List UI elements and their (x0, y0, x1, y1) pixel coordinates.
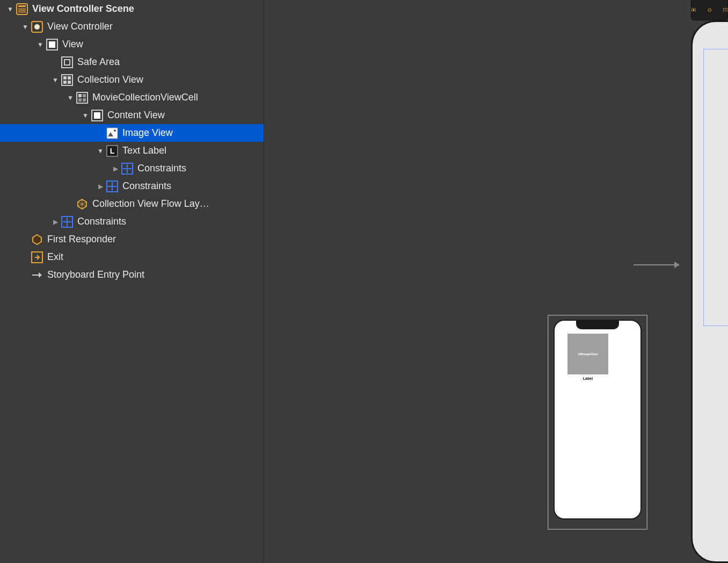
view-controller-icon (31, 21, 43, 33)
svg-rect-21 (107, 128, 118, 139)
svg-rect-7 (62, 57, 72, 68)
row-label: View Controller (47, 21, 113, 32)
label-icon: L (106, 145, 118, 157)
toolbar-exit-icon[interactable] (723, 6, 727, 15)
row-label: Collection View Flow Lay… (92, 198, 209, 210)
row-label: Image View (122, 127, 173, 139)
svg-rect-12 (63, 81, 67, 84)
row-scene[interactable]: ▼ View Controller Scene (0, 0, 264, 18)
row-label: First Responder (47, 234, 116, 245)
row-label: Text Label (122, 145, 166, 156)
row-label: Constraints (77, 216, 126, 227)
row-text-label[interactable]: ▼ L Text Label (0, 142, 264, 160)
image-view-mini: UIImageView (567, 334, 608, 374)
flow-layout-icon (76, 198, 88, 210)
collection-cell-icon (76, 92, 88, 104)
row-entry-point[interactable]: ▶ Storyboard Entry Point (0, 266, 264, 284)
row-label: View (62, 39, 83, 50)
device-notch-small (576, 321, 619, 329)
row-label: Exit (47, 251, 63, 263)
label-mini: Label (567, 377, 608, 380)
svg-rect-20 (94, 112, 100, 119)
imageview-mini-text: UIImageView (578, 352, 598, 356)
svg-rect-13 (68, 81, 71, 84)
entry-point-icon (31, 269, 43, 281)
row-label: View Controller Scene (32, 3, 134, 15)
exit-icon (31, 251, 43, 263)
document-outline[interactable]: ▼ View Controller Scene ▼ View Controlle… (0, 0, 264, 563)
row-cell[interactable]: ▼ MovieCollectionViewCell (0, 89, 264, 106)
svg-text:L: L (110, 147, 115, 155)
row-label: Storyboard Entry Point (47, 269, 144, 280)
svg-point-4 (34, 24, 40, 30)
row-safe-area[interactable]: ▶ Safe Area (0, 53, 264, 71)
row-constraints-inner[interactable]: ▶ Constraints (0, 160, 264, 177)
safe-area-icon (61, 56, 73, 68)
svg-rect-10 (63, 76, 67, 80)
entry-point-arrow[interactable] (634, 264, 679, 265)
row-label: Constraints (122, 181, 171, 192)
row-label: Constraints (137, 163, 186, 174)
constraints-icon (121, 163, 133, 175)
collection-view-icon (61, 74, 73, 86)
constraints-icon (106, 181, 118, 192)
svg-rect-11 (68, 76, 71, 80)
svg-rect-17 (78, 98, 82, 102)
svg-rect-6 (49, 41, 55, 48)
row-label: Collection View (77, 74, 143, 85)
scene-toolbar (691, 0, 728, 20)
svg-point-23 (114, 129, 116, 132)
row-first-responder[interactable]: ▶ First Responder (0, 230, 264, 248)
storyboard-canvas[interactable]: UIImageView Label UIImageView Label (264, 0, 728, 563)
svg-marker-37 (39, 272, 42, 278)
scene-icon (16, 3, 28, 15)
row-view[interactable]: ▼ View (0, 35, 264, 53)
device-frame-large[interactable]: UIImageView Label (691, 20, 728, 563)
device-frame-small: UIImageView Label (554, 320, 642, 519)
row-flow-layout[interactable]: ▶ Collection View Flow Lay… (0, 195, 264, 213)
svg-rect-15 (78, 94, 82, 97)
row-collection-view[interactable]: ▼ Collection View (0, 71, 264, 89)
constraints-icon (61, 216, 73, 228)
svg-rect-8 (64, 60, 70, 65)
svg-rect-2 (18, 8, 26, 13)
row-label: Content View (107, 110, 165, 121)
row-constraints-cell[interactable]: ▶ Constraints (0, 177, 264, 195)
toolbar-view-controller-icon[interactable] (691, 6, 696, 15)
row-image-view[interactable]: ▶ Image View (0, 124, 264, 142)
row-constraints-view[interactable]: ▶ Constraints (0, 213, 264, 230)
svg-point-39 (693, 9, 694, 11)
row-view-controller[interactable]: ▼ View Controller (0, 18, 264, 35)
row-exit[interactable]: ▶ Exit (0, 248, 264, 266)
first-responder-icon (31, 234, 43, 246)
svg-rect-16 (83, 94, 86, 97)
view-icon (91, 110, 103, 121)
row-label: MovieCollectionViewCell (92, 92, 198, 103)
svg-rect-1 (18, 5, 26, 7)
layout-guides (703, 49, 728, 326)
row-content-view[interactable]: ▼ Content View (0, 106, 264, 124)
image-view-icon (106, 127, 118, 139)
device-thumbnail[interactable]: UIImageView Label (548, 315, 647, 530)
row-label: Safe Area (77, 56, 120, 68)
view-icon (46, 39, 58, 50)
svg-rect-18 (83, 98, 86, 102)
toolbar-first-responder-icon[interactable] (708, 6, 712, 15)
